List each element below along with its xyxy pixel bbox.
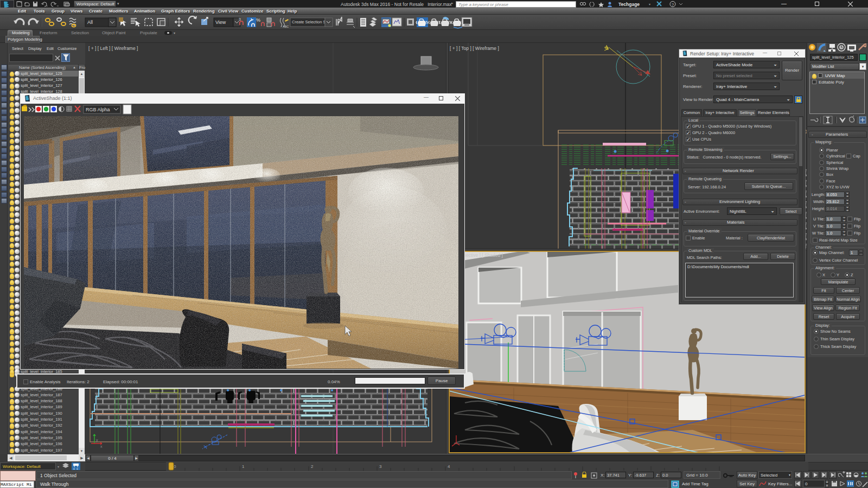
- svg-text:1: 1: [242, 464, 245, 469]
- svg-text:x: x: [100, 445, 103, 448]
- svg-text:Create Selection Se: Create Selection Se: [292, 20, 328, 24]
- svg-text:3: 3: [239, 17, 241, 21]
- svg-text:All: All: [87, 20, 93, 25]
- svg-text:y: y: [96, 438, 98, 442]
- svg-text:?: ?: [672, 2, 674, 7]
- svg-text:RGB Alpha: RGB Alpha: [86, 107, 110, 112]
- svg-text:%: %: [256, 17, 260, 23]
- svg-text:ABC: ABC: [283, 25, 289, 28]
- svg-text:0: 0: [174, 464, 176, 469]
- svg-text:View: View: [215, 20, 226, 25]
- svg-text:2: 2: [311, 464, 314, 469]
- svg-text:3: 3: [379, 464, 382, 469]
- svg-text:4: 4: [448, 464, 450, 469]
